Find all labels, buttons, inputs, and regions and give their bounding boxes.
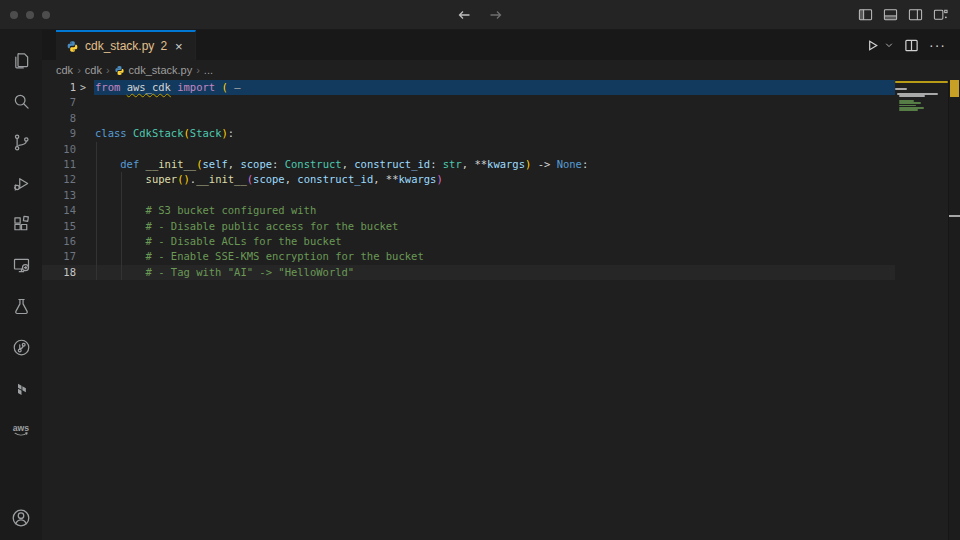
breadcrumb-separator: › [106, 64, 110, 76]
nav-back-icon[interactable] [456, 7, 472, 23]
customize-layout-icon[interactable] [933, 7, 948, 22]
breadcrumb: cdk › cdk › cdk_stack.py › ... [42, 60, 960, 80]
code-text: super().__init__(scope, construct_id, **… [95, 172, 443, 187]
terraform-icon[interactable] [0, 368, 42, 409]
toggle-secondary-sidebar-icon[interactable] [908, 7, 923, 22]
code-line[interactable]: 11 def __init__(self, scope: Construct, … [42, 157, 960, 172]
indent-guide [121, 188, 122, 203]
code-text: # - Disable public access for the bucket [95, 219, 398, 234]
line-number: 18 [42, 265, 76, 280]
minimap-line [899, 95, 925, 97]
line-number: 9 [42, 126, 76, 141]
line-number: 15 [42, 219, 76, 234]
fold-chevron-icon[interactable]: > [80, 80, 92, 95]
titlebar [0, 0, 960, 30]
line-number: 1 [42, 80, 76, 95]
line-number: 13 [42, 188, 76, 203]
explorer-icon[interactable] [0, 40, 42, 81]
code-text: from aws_cdk import ( – [95, 80, 240, 95]
minimap-line [895, 81, 948, 83]
indent-guide [96, 142, 97, 157]
code-line[interactable]: 12 super().__init__(scope, construct_id,… [42, 172, 960, 187]
line-number: 12 [42, 172, 76, 187]
breadcrumb-symbol-ellipsis[interactable]: ... [204, 64, 213, 76]
code-line[interactable]: 9class CdkStack(Stack): [42, 126, 960, 141]
toggle-panel-icon[interactable] [883, 7, 898, 22]
vscode-window: aws cdk_stack.py 2 × [0, 0, 960, 540]
breadcrumb-file[interactable]: cdk_stack.py [114, 64, 193, 76]
line-number: 11 [42, 157, 76, 172]
split-editor-icon[interactable] [904, 38, 919, 53]
git-graph-icon[interactable] [0, 327, 42, 368]
code-text: def __init__(self, scope: Construct, con… [95, 157, 588, 172]
code-line[interactable]: 15 # - Disable public access for the buc… [42, 219, 960, 234]
indent-guide [96, 188, 97, 203]
line-number: 16 [42, 234, 76, 249]
extensions-icon[interactable] [0, 204, 42, 245]
code-lines: 1>from aws_cdk import ( –789class CdkSta… [42, 80, 960, 280]
activity-bar: aws [0, 30, 42, 540]
aws-icon[interactable]: aws [0, 409, 42, 450]
code-line[interactable]: 1>from aws_cdk import ( – [42, 80, 960, 95]
close-window-dot[interactable] [10, 11, 18, 19]
tab-bar: cdk_stack.py 2 × ··· [42, 30, 960, 60]
toggle-primary-sidebar-icon[interactable] [858, 7, 873, 22]
overview-warning-marker [950, 80, 959, 97]
search-icon[interactable] [0, 81, 42, 122]
code-line[interactable]: 13 [42, 188, 960, 203]
run-dropdown-chevron-icon[interactable] [884, 40, 894, 50]
line-number: 17 [42, 249, 76, 264]
source-control-icon[interactable] [0, 122, 42, 163]
code-line[interactable]: 18 # - Tag with "AI" -> "HelloWorld" [42, 265, 960, 280]
code-line[interactable]: 16 # - Disable ACLs for the bucket [42, 234, 960, 249]
breadcrumb-folder[interactable]: cdk [85, 64, 102, 76]
tab-close-icon[interactable]: × [173, 38, 185, 55]
line-number: 14 [42, 203, 76, 218]
minimize-window-dot[interactable] [26, 11, 34, 19]
testing-icon[interactable] [0, 286, 42, 327]
more-actions-icon[interactable]: ··· [929, 37, 946, 53]
tab-cdk-stack-py[interactable]: cdk_stack.py 2 × [56, 30, 196, 60]
code-editor[interactable]: 1>from aws_cdk import ( –789class CdkSta… [42, 80, 960, 540]
line-number: 10 [42, 142, 76, 157]
code-line[interactable]: 7 [42, 95, 960, 110]
code-text: # - Enable SSE-KMS encryption for the bu… [95, 249, 424, 264]
run-file-icon[interactable] [865, 38, 880, 53]
overview-ruler [948, 80, 960, 540]
run-and-debug-icon[interactable] [0, 163, 42, 204]
code-line[interactable]: 8 [42, 111, 960, 126]
tab-label: cdk_stack.py [85, 39, 154, 53]
code-text: # S3 bucket configured with [95, 203, 316, 218]
python-file-icon [114, 65, 125, 76]
line-number: 8 [42, 111, 76, 126]
code-text: class CdkStack(Stack): [95, 126, 234, 141]
breadcrumb-separator: › [196, 64, 200, 76]
breadcrumb-folder[interactable]: cdk [56, 64, 73, 76]
overview-cursor-marker [949, 215, 960, 217]
svg-text:aws: aws [13, 422, 30, 432]
remote-explorer-icon[interactable] [0, 245, 42, 286]
code-text: # - Disable ACLs for the bucket [95, 234, 342, 249]
nav-forward-icon[interactable] [488, 7, 504, 23]
account-icon[interactable] [0, 497, 42, 538]
minimap-line [899, 109, 917, 111]
line-number: 7 [42, 95, 76, 110]
traffic-lights[interactable] [10, 11, 50, 19]
code-line[interactable]: 14 # S3 bucket configured with [42, 203, 960, 218]
minimap-line [899, 102, 921, 104]
python-file-icon [66, 40, 79, 53]
code-line[interactable]: 17 # - Enable SSE-KMS encryption for the… [42, 249, 960, 264]
zoom-window-dot[interactable] [42, 11, 50, 19]
minimap-line [895, 88, 907, 90]
tab-suffix: 2 [160, 39, 167, 53]
minimap[interactable] [895, 80, 948, 540]
code-text: # - Tag with "AI" -> "HelloWorld" [95, 265, 354, 280]
code-line[interactable]: 10 [42, 142, 960, 157]
breadcrumb-separator: › [77, 64, 81, 76]
